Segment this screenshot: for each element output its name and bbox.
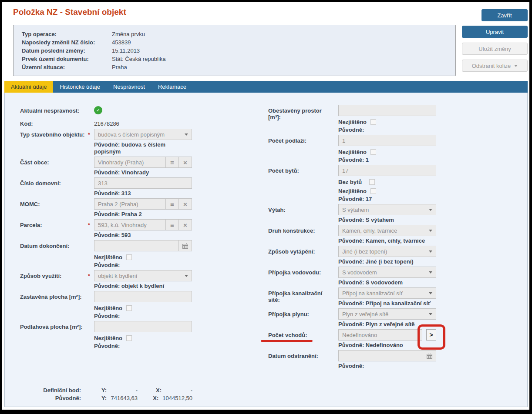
summary-label: Typ operace:: [22, 30, 112, 38]
pripojka-plynu-select[interactable]: Plyn z veřejné sítě: [338, 308, 436, 320]
chevron-right-icon: >: [429, 331, 433, 338]
summary-value: Změna prvku: [112, 30, 145, 38]
field-pocet-podlazi: Počet podlaží: 1 Nezjištěno Původně: 1: [268, 135, 512, 165]
field-zastavena-plocha: Zastavěná plocha [m²]: Nezjištěno Původn…: [20, 291, 268, 321]
datum-dokonceni-input[interactable]: [94, 240, 192, 251]
summary-label: Datum poslední změny:: [22, 47, 112, 55]
field-label: Část obce:: [20, 157, 88, 177]
nezjisteno-checkbox[interactable]: [126, 335, 132, 341]
definicni-bod-label: Definiční bod:: [20, 387, 81, 394]
original-value: Původně: S vodovodem: [338, 279, 436, 286]
field-label: Přípojka kanalizační sítě:: [268, 287, 332, 308]
list-icon[interactable]: ≡: [165, 199, 178, 209]
original-value: Původně: objekt k bydlení: [94, 283, 192, 290]
summary-label: Územní situace:: [22, 63, 112, 71]
original-value: Původně: 313: [94, 190, 192, 197]
clear-icon[interactable]: ×: [178, 157, 192, 167]
nezjisteno-checkbox[interactable]: [370, 119, 376, 125]
pocet-vchodu-input[interactable]: Nedefinováno: [338, 329, 422, 341]
form-panel: Aktuální nesprávnost: ✓ Kód: 21678286 Ty…: [4, 93, 528, 407]
field-cast-obce: Část obce: Vinohrady (Praha) ≡ × Původně…: [20, 157, 268, 177]
field-label: Zastavěná plocha [m²]:: [20, 291, 88, 321]
expand-entrances-button[interactable]: >: [426, 329, 436, 341]
checkbox-label: Nezjištěno: [94, 254, 122, 260]
calendar-icon[interactable]: [178, 240, 192, 251]
remove-collisions-button[interactable]: Odstranit kolize: [462, 60, 528, 72]
pripojka-kanalizacni-site-select[interactable]: Přípoj na kanalizační síť: [338, 287, 436, 299]
field-zpusob-vytapeni: Způsob vytápění: Jiné (i bez topení) Pův…: [268, 246, 512, 267]
nezjisteno-checkbox[interactable]: [370, 149, 376, 155]
summary-row: Naposledy změnil NZ číslo: 453839: [22, 38, 455, 47]
tab-bar: Aktuální údaje Historické údaje Nesprávn…: [4, 81, 528, 93]
field-label: Počet podlaží:: [268, 135, 332, 165]
checkbox-label: Nezjištěno: [94, 335, 122, 341]
caret-down-icon: [429, 250, 432, 253]
tab-historicke-udaje[interactable]: Historické údaje: [53, 81, 107, 93]
save-changes-button[interactable]: Uložit změny: [462, 43, 528, 55]
pocet-podlazi-input[interactable]: 1: [338, 135, 436, 146]
nezjisteno-checkbox[interactable]: [370, 188, 376, 194]
vytah-select[interactable]: S výtahem: [338, 204, 436, 215]
bez-bytu-checkbox[interactable]: [369, 179, 375, 185]
cislo-domovni-input[interactable]: 313: [94, 177, 192, 189]
cast-obce-input[interactable]: Vinohrady (Praha) ≡ ×: [94, 157, 192, 168]
y-current-value: -: [111, 387, 138, 394]
summary-value: 15.11.2013: [112, 47, 140, 55]
momc-input[interactable]: Praha 2 (Praha) ≡ ×: [94, 198, 192, 210]
field-label: Číslo domovní:: [20, 177, 88, 198]
field-datum-odstraneni: Datum odstranění: Původně:: [268, 350, 512, 371]
nezjisteno-checkbox[interactable]: [126, 254, 132, 260]
list-icon[interactable]: ≡: [165, 220, 178, 230]
summary-value: Stát: Česká republika: [112, 55, 166, 63]
original-value: Původně: Vinohrady: [94, 169, 192, 176]
x-original-value: 1044512,50: [162, 394, 192, 402]
kod-value: 21678286: [94, 118, 192, 127]
calendar-icon[interactable]: [423, 351, 436, 361]
original-value: Původně:: [94, 313, 192, 320]
summary-row: Typ operace: Změna prvku: [22, 30, 455, 38]
clear-icon[interactable]: ×: [178, 220, 192, 230]
field-pripojka-vodovodu: Přípojka vodovodu: S vodovodem Původně: …: [268, 267, 512, 287]
druh-konstrukce-select[interactable]: Kámen, cihly, tvárnice: [338, 225, 436, 236]
summary-label: Naposledy změnil NZ číslo:: [22, 38, 112, 47]
y-label: Y:: [101, 394, 107, 402]
original-value: Původně:: [338, 127, 436, 134]
list-icon[interactable]: ≡: [165, 157, 178, 167]
field-obestaveny-prostor: Obestavěný prostor [m³]: Nezjištěno Půvo…: [268, 105, 512, 135]
obestaveny-prostor-input[interactable]: [338, 105, 436, 116]
parcela-input[interactable]: 593, k.ú. Vinohrady ≡ ×: [94, 219, 192, 230]
zpusob-vyuziti-select[interactable]: objekt k bydlení: [94, 270, 192, 281]
original-value: Původně:: [338, 363, 436, 370]
podlahova-plocha-input[interactable]: [94, 321, 192, 332]
y-original-value: 741643,63: [111, 394, 138, 402]
field-podlahova-plocha: Podlahová plocha [m²]: Nezjištěno Původn…: [20, 321, 268, 351]
zpusob-vytapeni-select[interactable]: Jiné (i bez topení): [338, 246, 436, 257]
caret-down-icon: [185, 275, 188, 277]
clear-icon[interactable]: ×: [178, 199, 192, 209]
original-value: Původně: budova s číslem popisným: [94, 141, 192, 155]
original-value: Původně: Nedefinováno: [338, 342, 436, 349]
checkbox-label: Bez bytů: [338, 179, 362, 185]
x-label: X:: [153, 394, 158, 402]
summary-row: Datum poslední změny: 15.11.2013: [22, 47, 455, 55]
tab-aktualni-udaje[interactable]: Aktuální údaje: [4, 81, 53, 93]
caret-down-icon: [514, 65, 518, 67]
pripojka-vodovodu-select[interactable]: S vodovodem: [338, 267, 436, 278]
remove-collisions-label: Odstranit kolize: [472, 63, 511, 69]
field-pocet-vchodu: Počet vchodů: Nedefinováno > Původně: Ne…: [268, 329, 512, 350]
field-label: Výtah:: [268, 204, 332, 225]
typ-stavebniho-objektu-select[interactable]: budova s číslem popisným: [94, 129, 192, 140]
zastavena-plocha-input[interactable]: [94, 291, 192, 302]
nezjisteno-checkbox[interactable]: [126, 305, 132, 311]
check-circle-icon: ✓: [94, 106, 102, 114]
tab-nespravnost[interactable]: Nesprávnost: [107, 81, 152, 93]
tab-reklamace[interactable]: Reklamace: [152, 81, 193, 93]
caret-down-icon: [429, 313, 432, 315]
caret-down-icon: [429, 209, 432, 211]
datum-odstraneni-input[interactable]: [338, 350, 436, 361]
pocet-bytu-input[interactable]: 17: [338, 165, 436, 176]
edit-button[interactable]: Upravit: [462, 26, 528, 38]
field-zpusob-vyuziti: Způsob využití: * objekt k bydlení Původ…: [20, 270, 268, 291]
close-button[interactable]: Zavřít: [481, 9, 528, 21]
original-value: Původně:: [94, 262, 192, 269]
